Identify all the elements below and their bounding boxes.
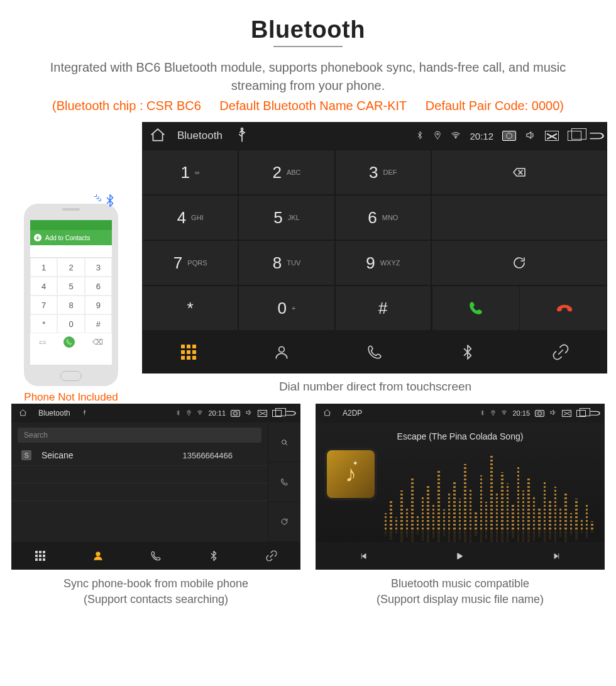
- dial-key-9[interactable]: 9WXYZ: [335, 240, 431, 285]
- dial-key-#[interactable]: #: [335, 285, 431, 331]
- dial-key-4[interactable]: 4GHI: [142, 195, 238, 240]
- tab-pair[interactable]: [514, 344, 607, 360]
- back-icon[interactable]: ⊃: [285, 407, 295, 419]
- add-contacts-label: Add to Contacts: [45, 235, 90, 241]
- music-head-unit: A2DP 20:15 ⊃ Escape (The Pina Colada Son…: [316, 404, 605, 570]
- location-icon: [433, 131, 442, 141]
- tab-recent[interactable]: [328, 344, 421, 360]
- phone-key: 8: [57, 296, 84, 314]
- dial-key-3[interactable]: 3DEF: [335, 150, 431, 195]
- backspace-button[interactable]: [431, 150, 607, 195]
- contact-name: Seicane: [41, 450, 74, 460]
- dial-key-8[interactable]: 8TUV: [238, 240, 334, 285]
- hangup-button[interactable]: [519, 286, 607, 330]
- add-contacts-bar: + Add to Contacts: [30, 230, 112, 245]
- prev-button[interactable]: [316, 552, 412, 560]
- next-button[interactable]: [509, 552, 605, 560]
- backspace-icon: ⌫: [92, 338, 103, 346]
- bluetooth-status-icon: [480, 409, 485, 417]
- usb-icon: [82, 409, 87, 417]
- search-input[interactable]: Search: [18, 428, 261, 443]
- dial-key-6[interactable]: 6MNO: [335, 195, 431, 240]
- close-icon[interactable]: [562, 410, 571, 417]
- back-icon[interactable]: ⊃: [589, 407, 599, 419]
- tab-contacts[interactable]: [235, 344, 328, 360]
- back-icon[interactable]: ⊃: [588, 128, 603, 144]
- main-caption: Dial number direct from touchscreen: [142, 380, 608, 394]
- music-note-icon: ♪: [345, 461, 356, 487]
- phone-key: 6: [85, 277, 112, 296]
- visualizer: [385, 448, 593, 529]
- plus-icon: +: [34, 234, 41, 241]
- redial-button[interactable]: [431, 240, 607, 285]
- spec-name: Default Bluetooth Name CAR-KIT: [219, 99, 407, 113]
- tab-dialpad[interactable]: [142, 345, 235, 360]
- close-icon[interactable]: [545, 131, 559, 141]
- location-icon: [186, 409, 192, 417]
- spec-code: Default Pair Code: 0000): [426, 99, 564, 113]
- side-search-button[interactable]: [268, 423, 300, 462]
- location-icon: [490, 409, 496, 417]
- side-sync-button[interactable]: [268, 502, 300, 542]
- tab-pair[interactable]: [243, 542, 300, 570]
- camera-icon[interactable]: [231, 410, 240, 417]
- time-label: 20:15: [512, 409, 530, 417]
- description: Integrated with BC6 Bluetooth module, su…: [6, 58, 610, 95]
- phone-key: 9: [85, 296, 112, 314]
- volume-icon[interactable]: [549, 409, 557, 418]
- tab-bluetooth[interactable]: [421, 344, 514, 360]
- spec-chip: (Bluetooth chip : CSR BC6: [52, 99, 201, 113]
- windows-icon[interactable]: [272, 410, 282, 417]
- dial-key-7[interactable]: 7PQRS: [142, 240, 238, 285]
- phone-mock: ››› + Add to Contacts 123456789*0# ▭ ⌫: [24, 204, 118, 386]
- close-icon[interactable]: [258, 410, 267, 417]
- dial-key-2[interactable]: 2ABC: [238, 150, 334, 195]
- contact-badge: S: [21, 450, 31, 460]
- phone-key: 0: [57, 314, 84, 333]
- specs-line: (Bluetooth chip : CSR BC6 Default Blueto…: [6, 99, 610, 113]
- wifi-icon: [197, 409, 203, 417]
- tab-recent[interactable]: [127, 542, 185, 570]
- track-title: Escape (The Pina Colada Song): [327, 431, 593, 441]
- album-art: ♪: [327, 450, 375, 498]
- dial-key-1[interactable]: 1∞: [142, 150, 238, 195]
- dial-key-*[interactable]: *: [142, 285, 238, 331]
- main-head-unit: Bluetooth 20:12 ⊃ 1∞2ABC3DEF4GHI5JKL6MNO…: [142, 122, 607, 373]
- home-icon[interactable]: [323, 409, 331, 418]
- contact-number: 13566664466: [182, 451, 233, 460]
- bluetooth-status-icon: [175, 409, 181, 417]
- tab-dialpad[interactable]: [11, 542, 69, 570]
- phone-note: Phone Not Included: [18, 391, 124, 404]
- volume-icon[interactable]: [245, 409, 253, 418]
- play-button[interactable]: [412, 552, 508, 560]
- time-label: 20:12: [470, 131, 493, 141]
- dial-key-5[interactable]: 5JKL: [238, 195, 334, 240]
- windows-icon[interactable]: [568, 131, 581, 141]
- camera-icon[interactable]: [535, 410, 544, 417]
- tab-contacts[interactable]: [69, 542, 127, 570]
- contact-row[interactable]: S Seicane 13566664466: [11, 445, 268, 466]
- wifi-icon: [451, 130, 461, 142]
- home-icon[interactable]: [19, 409, 27, 418]
- message-icon: ▭: [39, 338, 46, 346]
- wifi-icon: [501, 409, 507, 417]
- hu-title: Bluetooth: [38, 409, 70, 418]
- camera-icon[interactable]: [502, 131, 516, 141]
- time-label: 20:11: [208, 409, 226, 417]
- side-call-button[interactable]: [268, 462, 300, 502]
- dial-key-0[interactable]: 0+: [238, 285, 334, 331]
- call-button[interactable]: [432, 286, 519, 330]
- phone-key: 3: [85, 258, 112, 277]
- tab-bluetooth[interactable]: [185, 542, 243, 570]
- phone-key: 4: [30, 277, 57, 296]
- hu-title: Bluetooth: [177, 130, 223, 142]
- volume-icon[interactable]: [525, 130, 536, 143]
- call-icon: [63, 336, 75, 348]
- contacts-head-unit: Bluetooth 20:11 ⊃ Search: [11, 404, 300, 570]
- usb-icon: [234, 127, 250, 145]
- phone-key: 5: [57, 277, 84, 296]
- divider: [273, 46, 343, 47]
- home-icon[interactable]: [150, 127, 166, 145]
- phone-key: 1: [30, 258, 57, 277]
- windows-icon[interactable]: [576, 410, 586, 417]
